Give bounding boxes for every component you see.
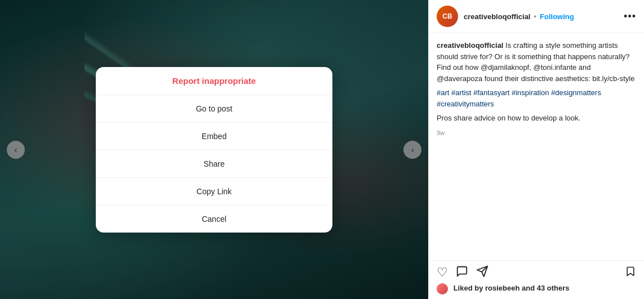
caption-username[interactable]: creativebloqofficial <box>437 41 503 50</box>
likes-avatar <box>437 283 448 294</box>
following-label[interactable]: Following <box>540 12 574 21</box>
time-ago: 9w <box>437 128 636 138</box>
save-button[interactable] <box>625 265 636 280</box>
share-action-button[interactable] <box>476 265 488 280</box>
go-to-post-button[interactable]: Go to post <box>96 95 332 123</box>
note-paragraph: Pros share advice on how to develop a lo… <box>437 113 636 124</box>
more-options-button[interactable]: ••• <box>624 11 636 23</box>
copy-link-button[interactable]: Copy Link <box>96 178 332 206</box>
report-inappropriate-button[interactable]: Report inappropriate <box>96 67 332 95</box>
image-panel: ‹ › Report inappropriate Go to post Embe… <box>0 0 428 299</box>
user-info: creativebloqofficial • Following <box>464 12 618 21</box>
embed-button[interactable]: Embed <box>96 123 332 150</box>
avatar: CB <box>437 6 458 27</box>
likes-text: Liked by rosiebeeh and 43 others <box>437 283 636 294</box>
hashtags-paragraph: #art #artist #fantasyart #inspiration #d… <box>437 87 636 109</box>
right-panel: CB creativebloqofficial • Following ••• … <box>428 0 644 299</box>
cancel-button[interactable]: Cancel <box>96 206 332 233</box>
post-username[interactable]: creativebloqofficial <box>464 12 530 21</box>
action-icons-row: ♡ <box>437 265 636 280</box>
post-header: CB creativebloqofficial • Following ••• <box>429 0 644 33</box>
share-modal: Report inappropriate Go to post Embed Sh… <box>96 67 332 233</box>
caption-note: Pros share advice on how to develop a lo… <box>437 114 580 122</box>
hashtags: #art #artist #fantasyart #inspiration #d… <box>437 88 601 108</box>
share-button[interactable]: Share <box>96 150 332 178</box>
caption-paragraph: creativebloqofficial Is crafting a style… <box>437 40 636 84</box>
comment-button[interactable] <box>456 265 468 280</box>
app-container: ‹ › Report inappropriate Go to post Embe… <box>0 0 644 299</box>
dot-separator: • <box>534 12 536 21</box>
like-button[interactable]: ♡ <box>437 266 448 279</box>
action-bar: ♡ <box>429 260 644 299</box>
caption-area: creativebloqofficial Is crafting a style… <box>429 33 644 260</box>
